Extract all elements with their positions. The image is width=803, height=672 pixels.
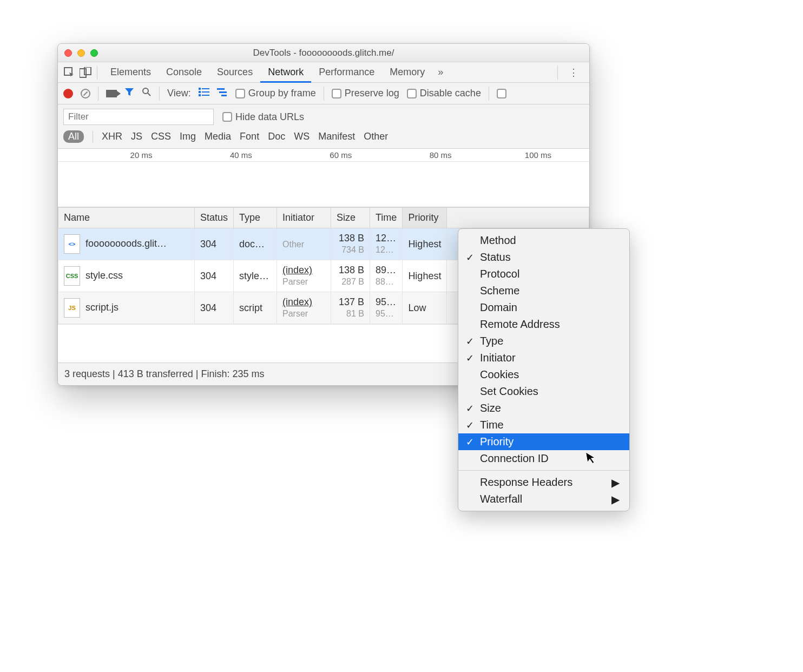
menu-protocol[interactable]: Protocol <box>458 266 629 282</box>
view-list-icon[interactable] <box>199 88 209 99</box>
cell-size-sub: 81 B <box>346 309 364 318</box>
cell-type: doc… <box>234 228 277 260</box>
menu-connection-id[interactable]: Connection ID <box>458 450 629 467</box>
filter-input[interactable] <box>63 109 214 125</box>
menu-type[interactable]: Type <box>458 333 629 350</box>
preserve-log-label: Preserve log <box>345 88 399 99</box>
col-name[interactable]: Name <box>58 208 195 228</box>
filter-ws[interactable]: WS <box>294 131 310 142</box>
cell-priority: Highest <box>403 260 447 292</box>
col-time[interactable]: Time <box>370 208 403 228</box>
timeline-tick: 100 ms <box>457 149 557 161</box>
timeline-overview[interactable]: 20 ms 40 ms 60 ms 80 ms 100 ms <box>58 149 589 207</box>
filter-img[interactable]: Img <box>180 131 196 142</box>
offline-checkbox[interactable] <box>497 89 506 98</box>
filter-manifest[interactable]: Manifest <box>318 131 355 142</box>
panel-tabbar: Elements Console Sources Network Perform… <box>58 62 589 83</box>
filter-doc[interactable]: Doc <box>268 131 285 142</box>
cell-name: script.js <box>85 302 119 313</box>
menu-initiator[interactable]: Initiator <box>458 350 629 366</box>
cell-time-sub: 95… <box>376 309 394 318</box>
filter-font[interactable]: Font <box>240 131 259 142</box>
device-toolbar-icon[interactable] <box>80 67 91 78</box>
menu-size[interactable]: Size <box>458 400 629 417</box>
menu-set-cookies[interactable]: Set Cookies <box>458 383 629 400</box>
hide-data-urls-label: Hide data URLs <box>235 111 304 123</box>
svg-rect-11 <box>217 88 225 90</box>
col-initiator[interactable]: Initiator <box>277 208 331 228</box>
tab-memory[interactable]: Memory <box>382 67 432 78</box>
tab-elements[interactable]: Elements <box>103 67 159 78</box>
cell-size: 138 B <box>339 265 364 275</box>
cell-priority: Low <box>403 292 447 324</box>
clear-button[interactable] <box>81 89 90 98</box>
screenshot-icon[interactable] <box>106 90 117 97</box>
col-status[interactable]: Status <box>195 208 234 228</box>
document-icon: <> <box>64 234 80 254</box>
timeline-tick: 60 ms <box>258 149 357 161</box>
filter-all[interactable]: All <box>63 130 84 143</box>
menu-method[interactable]: Method <box>458 232 629 249</box>
cell-initiator-sub: Parser <box>282 277 308 286</box>
col-waterfall[interactable] <box>447 208 589 228</box>
svg-rect-6 <box>202 88 209 89</box>
col-priority[interactable]: Priority <box>403 208 447 228</box>
cell-status: 304 <box>195 292 234 324</box>
svg-point-3 <box>143 88 148 94</box>
more-tabs-button[interactable]: » <box>432 67 449 78</box>
search-icon[interactable] <box>142 87 152 100</box>
js-file-icon: JS <box>64 298 80 318</box>
view-label: View: <box>167 88 191 99</box>
maximize-window-button[interactable] <box>90 49 98 57</box>
filter-media[interactable]: Media <box>205 131 231 142</box>
col-type[interactable]: Type <box>234 208 277 228</box>
cell-size: 138 B <box>339 233 364 243</box>
preserve-log-checkbox[interactable]: Preserve log <box>332 88 399 99</box>
cell-initiator[interactable]: (index) <box>282 265 312 275</box>
settings-kebab-button[interactable]: ⋮ <box>563 67 584 78</box>
cell-status: 304 <box>195 228 234 260</box>
tab-performance[interactable]: Performance <box>311 67 382 78</box>
table-header-row: Name Status Type Initiator Size Time Pri… <box>58 208 589 228</box>
menu-remote-address[interactable]: Remote Address <box>458 316 629 333</box>
submenu-arrow-icon: ▶ <box>611 493 620 506</box>
css-file-icon: CSS <box>64 266 80 286</box>
menu-time[interactable]: Time <box>458 417 629 433</box>
window-title: DevTools - foooooooods.glitch.me/ <box>58 48 589 58</box>
submenu-arrow-icon: ▶ <box>611 476 620 489</box>
minimize-window-button[interactable] <box>77 49 85 57</box>
filter-css[interactable]: CSS <box>151 131 171 142</box>
cell-initiator[interactable]: (index) <box>282 297 312 307</box>
menu-cookies[interactable]: Cookies <box>458 366 629 383</box>
filter-toggle-icon[interactable] <box>124 87 134 100</box>
menu-response-headers[interactable]: Response Headers▶ <box>458 474 629 491</box>
svg-rect-12 <box>219 91 227 93</box>
col-size[interactable]: Size <box>331 208 370 228</box>
inspect-element-icon[interactable] <box>63 67 75 78</box>
menu-domain[interactable]: Domain <box>458 299 629 316</box>
cell-priority: Highest <box>403 228 447 260</box>
filter-xhr[interactable]: XHR <box>102 131 122 142</box>
filter-other[interactable]: Other <box>364 131 388 142</box>
cell-time-sub: 88… <box>376 277 394 286</box>
cell-initiator: Other <box>282 240 304 249</box>
disable-cache-checkbox[interactable]: Disable cache <box>407 88 481 99</box>
tab-sources[interactable]: Sources <box>209 67 260 78</box>
traffic-lights <box>58 49 98 57</box>
tab-network[interactable]: Network <box>260 67 311 83</box>
menu-waterfall[interactable]: Waterfall▶ <box>458 491 629 508</box>
close-window-button[interactable] <box>64 49 72 57</box>
menu-scheme[interactable]: Scheme <box>458 282 629 299</box>
tab-console[interactable]: Console <box>159 67 209 78</box>
hide-data-urls-checkbox[interactable]: Hide data URLs <box>222 111 304 123</box>
view-waterfall-icon[interactable] <box>217 88 228 99</box>
filter-js[interactable]: JS <box>131 131 142 142</box>
titlebar: DevTools - foooooooods.glitch.me/ <box>58 44 589 62</box>
filter-bar: Hide data URLs All XHR JS CSS Img Media … <box>58 104 589 149</box>
menu-status[interactable]: Status <box>458 249 629 266</box>
record-button[interactable] <box>63 89 73 98</box>
group-by-frame-checkbox[interactable]: Group by frame <box>235 88 316 99</box>
timeline-tick: 80 ms <box>357 149 457 161</box>
menu-priority[interactable]: Priority <box>458 433 629 450</box>
cell-time: 89… <box>376 265 396 275</box>
